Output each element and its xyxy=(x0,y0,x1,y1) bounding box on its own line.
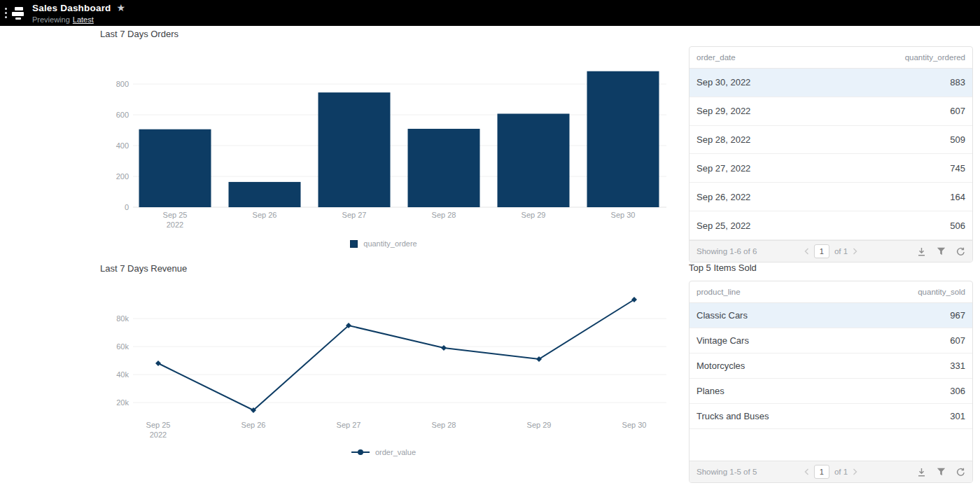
page-number-input[interactable] xyxy=(814,465,830,479)
column-header-quantity_sold[interactable]: quantity_sold xyxy=(918,288,965,296)
x-tick-label: Sep 27 xyxy=(342,211,367,219)
bar-sep-26[interactable] xyxy=(229,182,301,207)
cell-order_date: Sep 26, 2022 xyxy=(696,192,750,202)
revenue-line-chart: 20k40k60k80kSep 252022Sep 26Sep 27Sep 28… xyxy=(98,284,669,442)
cell-order_date: Sep 28, 2022 xyxy=(696,134,750,145)
orders-chart-panel: Last 7 Days Orders 0200400600800Sep 2520… xyxy=(98,29,669,253)
cell-product_line: Planes xyxy=(696,386,724,396)
refresh-icon[interactable] xyxy=(956,247,965,256)
y-tick-label: 400 xyxy=(116,141,129,150)
x-tick-label: Sep 26 xyxy=(241,421,266,429)
download-icon[interactable] xyxy=(917,468,926,477)
bar-sep-29[interactable] xyxy=(498,113,570,207)
star-icon[interactable]: ★ xyxy=(117,3,126,13)
table-row[interactable]: Classic Cars967 xyxy=(690,303,972,328)
table-header-row: order_datequantity_ordered xyxy=(690,47,972,69)
x-tick-label: Sep 30 xyxy=(622,421,647,429)
table-empty-space xyxy=(690,429,972,461)
x-tick-label: Sep 26 xyxy=(253,211,277,219)
data-point-sep-28[interactable] xyxy=(441,345,447,351)
table-row[interactable]: Sep 26, 2022164 xyxy=(690,183,972,211)
revenue-chart-title: Last 7 Days Revenue xyxy=(100,263,187,274)
series-line xyxy=(158,300,634,410)
table-row[interactable]: Motorcycles331 xyxy=(690,354,972,379)
table-row[interactable]: Sep 25, 2022506 xyxy=(690,211,972,240)
cell-quantity_ordered: 883 xyxy=(950,77,965,88)
x-tick-label: Sep 29 xyxy=(527,421,552,429)
cell-quantity_sold: 607 xyxy=(950,335,965,346)
filter-icon[interactable] xyxy=(937,247,946,255)
version-link[interactable]: Latest xyxy=(73,15,94,24)
bar-sep-28[interactable] xyxy=(408,129,480,207)
table-row[interactable]: Sep 28, 2022509 xyxy=(690,126,972,155)
bar-sep-30[interactable] xyxy=(587,71,659,207)
page-of-label: of 1 xyxy=(834,468,848,476)
cell-quantity_sold: 306 xyxy=(950,386,965,396)
y-tick-label: 20k xyxy=(116,398,129,407)
cell-product_line: Classic Cars xyxy=(696,310,748,321)
download-icon[interactable] xyxy=(917,247,926,256)
table-row[interactable]: Planes306 xyxy=(690,379,972,404)
cell-product_line: Motorcycles xyxy=(696,360,745,371)
table-row[interactable]: Sep 27, 2022745 xyxy=(690,154,972,183)
filter-icon[interactable] xyxy=(937,468,946,476)
cell-quantity_ordered: 509 xyxy=(950,134,965,145)
y-tick-label: 600 xyxy=(116,111,129,119)
x-tick-label: Sep 25 xyxy=(146,421,171,429)
cell-quantity_sold: 967 xyxy=(950,310,965,321)
legend-swatch-icon xyxy=(350,240,358,248)
cell-quantity_ordered: 607 xyxy=(950,106,965,116)
cell-quantity_ordered: 745 xyxy=(950,163,965,174)
y-tick-label: 60k xyxy=(116,342,129,351)
top-bar: Sales Dashboard ★ Previewing Latest xyxy=(0,0,980,26)
table-header-row: product_linequantity_sold xyxy=(690,281,972,303)
legend-line-marker-icon xyxy=(351,451,370,453)
table-row[interactable]: Trucks and Buses301 xyxy=(690,404,972,429)
cell-product_line: Trucks and Buses xyxy=(696,411,769,421)
next-page-icon[interactable] xyxy=(853,248,858,255)
data-point-sep-25[interactable] xyxy=(155,360,161,366)
column-header-quantity_ordered[interactable]: quantity_ordered xyxy=(905,53,965,62)
x-tick-label: Sep 28 xyxy=(432,421,456,429)
refresh-icon[interactable] xyxy=(956,468,965,477)
cell-order_date: Sep 30, 2022 xyxy=(696,77,750,88)
table-row[interactable]: Sep 30, 2022883 xyxy=(690,69,972,97)
revenue-chart-legend[interactable]: order_value xyxy=(98,448,669,456)
cell-order_date: Sep 29, 2022 xyxy=(696,106,750,116)
page-of-label: of 1 xyxy=(834,247,848,255)
page-number-input[interactable] xyxy=(814,244,830,258)
x-tick-label: Sep 28 xyxy=(432,211,456,219)
x-tick-sublabel: 2022 xyxy=(150,430,167,439)
pagination: of 1 xyxy=(804,244,858,258)
y-tick-label: 40k xyxy=(116,370,129,379)
bar-sep-27[interactable] xyxy=(318,92,391,207)
x-tick-label: Sep 25 xyxy=(163,211,188,219)
bar-sep-25[interactable] xyxy=(139,130,211,207)
items-table: product_linequantity_soldClassic Cars967… xyxy=(689,281,973,483)
showing-count-label: Showing 1-5 of 5 xyxy=(696,468,757,476)
footer-actions xyxy=(917,247,965,256)
cell-order_date: Sep 25, 2022 xyxy=(696,220,750,231)
table-row[interactable]: Sep 29, 2022607 xyxy=(690,97,972,126)
column-header-product_line[interactable]: product_line xyxy=(696,288,741,296)
table-row[interactable]: Vintage Cars607 xyxy=(690,328,972,354)
previewing-label: Previewing xyxy=(32,15,70,24)
column-header-order_date[interactable]: order_date xyxy=(696,53,736,62)
kebab-menu-icon[interactable] xyxy=(5,8,7,18)
prev-page-icon[interactable] xyxy=(804,248,809,255)
cell-quantity_ordered: 506 xyxy=(950,220,965,231)
orders-chart-legend[interactable]: quantity_ordere xyxy=(98,239,669,248)
table-footer: Showing 1-5 of 5of 1 xyxy=(690,461,972,482)
x-tick-label: Sep 27 xyxy=(337,421,361,429)
next-page-icon[interactable] xyxy=(853,468,858,475)
items-table-title: Top 5 Items Sold xyxy=(689,262,757,273)
prev-page-icon[interactable] xyxy=(804,468,809,475)
legend-label: order_value xyxy=(375,448,416,456)
legend-label: quantity_ordere xyxy=(363,239,416,248)
title-block: Sales Dashboard ★ Previewing Latest xyxy=(32,3,125,24)
y-tick-label: 80k xyxy=(116,314,129,323)
cell-quantity_sold: 301 xyxy=(950,411,965,421)
orders-bar-chart: 0200400600800Sep 252022Sep 26Sep 27Sep 2… xyxy=(98,59,669,236)
cell-quantity_ordered: 164 xyxy=(950,192,965,202)
workbook-logo-icon[interactable] xyxy=(12,6,24,20)
